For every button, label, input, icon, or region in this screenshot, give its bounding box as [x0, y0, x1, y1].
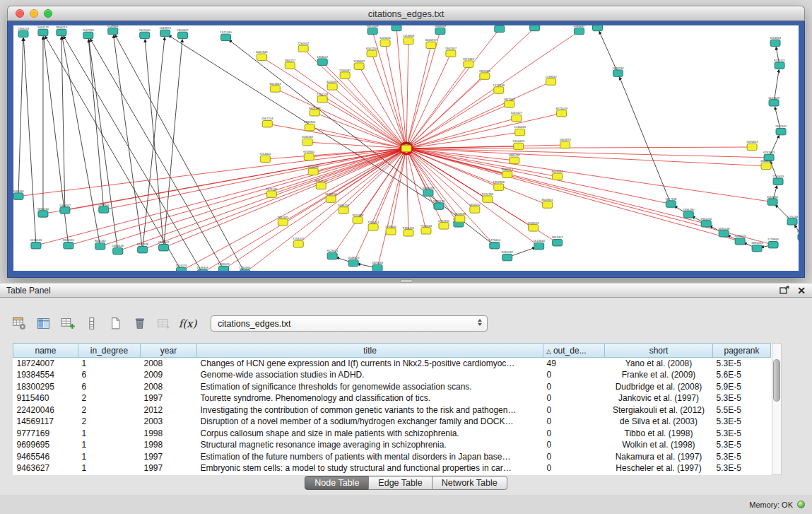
table-row[interactable]: 1938455462009Genome-wide association stu… — [13, 369, 771, 381]
cell-name[interactable]: 22420046 — [13, 404, 78, 416]
graph-edge[interactable] — [182, 151, 403, 271]
cell-pagerank[interactable]: 5.3E-5 — [713, 416, 771, 428]
graph-edge[interactable] — [396, 28, 406, 144]
graph-node[interactable] — [60, 207, 70, 214]
graph-node[interactable] — [64, 242, 73, 248]
graph-node[interactable] — [560, 141, 570, 148]
graph-edge[interactable] — [164, 40, 182, 247]
graph-node[interactable] — [752, 245, 762, 251]
graph-node[interactable] — [557, 110, 567, 117]
cell-in_degree[interactable]: 1 — [78, 462, 141, 474]
graph-node[interactable] — [515, 129, 525, 135]
graph-node[interactable] — [367, 28, 377, 34]
cell-out_de[interactable]: 0 — [543, 392, 605, 404]
graph-edge[interactable] — [409, 76, 484, 146]
cell-short[interactable]: Tibbo et al. (1998) — [605, 428, 713, 440]
cell-short[interactable]: de Silva et al. (2003) — [605, 416, 713, 428]
tab-node-table[interactable]: Node Table — [305, 476, 369, 490]
cell-name[interactable]: 9463627 — [13, 462, 78, 474]
graph-edge[interactable] — [406, 41, 408, 144]
cell-short[interactable]: Hescheler et al. (1997) — [605, 462, 713, 474]
graph-node[interactable] — [160, 30, 170, 36]
graph-node[interactable] — [317, 59, 327, 65]
graph-node[interactable] — [354, 63, 364, 69]
graph-edge[interactable] — [267, 124, 402, 148]
graph-node[interactable] — [260, 156, 270, 162]
graph-node[interactable] — [18, 30, 28, 37]
graph-node[interactable] — [317, 96, 327, 103]
graph-node[interactable] — [38, 29, 48, 35]
graph-node[interactable] — [434, 203, 444, 209]
column-header-short[interactable]: short — [605, 344, 713, 358]
graph-node[interactable] — [198, 269, 208, 271]
graph-node[interactable] — [140, 32, 150, 38]
graph-node[interactable] — [761, 163, 771, 169]
graph-node[interactable] — [266, 191, 276, 197]
float-panel-icon[interactable] — [779, 286, 789, 295]
graph-node[interactable] — [546, 78, 556, 85]
cell-short[interactable]: Stergiakouli et al. (2012) — [605, 404, 713, 416]
cell-out_de[interactable]: 49 — [543, 358, 605, 370]
cell-short[interactable]: Franke et al. (2009) — [605, 369, 713, 381]
graph-node[interactable] — [310, 110, 319, 116]
graph-node[interactable] — [404, 37, 413, 44]
cell-year[interactable]: 1997 — [141, 451, 197, 463]
graph-edge[interactable] — [314, 112, 402, 147]
network-canvas[interactable]: 1956204104117218042131147355172840116211… — [13, 25, 799, 271]
graph-node[interactable] — [316, 182, 326, 189]
splitter-grip[interactable] — [400, 279, 413, 283]
graph-node[interactable] — [13, 193, 23, 199]
graph-node[interactable] — [464, 61, 473, 67]
graph-node[interactable] — [534, 243, 544, 249]
cell-name[interactable]: 18300295 — [13, 381, 78, 393]
graph-node[interactable] — [593, 25, 603, 31]
table-row[interactable]: 946554611997Estimation of the future num… — [13, 451, 771, 463]
graph-edge[interactable] — [18, 38, 23, 197]
graph-node[interactable] — [502, 171, 512, 177]
graph-edge[interactable] — [411, 148, 769, 158]
graph-node[interactable] — [108, 28, 118, 34]
graph-node[interactable] — [368, 224, 378, 230]
graph-node[interactable] — [327, 83, 337, 90]
graph-node[interactable] — [666, 201, 676, 207]
graph-edge[interactable] — [345, 76, 404, 146]
cell-title[interactable]: Embryonic stem cells: a model to study s… — [197, 462, 543, 474]
graph-node[interactable] — [701, 221, 711, 227]
cell-short[interactable]: Nakamura et al. (1997) — [605, 451, 713, 463]
graph-node[interactable] — [490, 242, 500, 248]
graph-node[interactable] — [401, 145, 411, 151]
cell-name[interactable]: 18724007 — [13, 358, 78, 370]
graph-node[interactable] — [543, 201, 553, 208]
cell-name[interactable]: 19384554 — [13, 369, 78, 381]
graph-node[interactable] — [510, 157, 519, 163]
table-row[interactable]: 969969511998Structural magnetic resonanc… — [13, 439, 771, 451]
graph-edge[interactable] — [118, 150, 403, 251]
graph-node[interactable] — [159, 244, 169, 250]
graph-node[interactable] — [773, 178, 783, 185]
graph-node[interactable] — [348, 259, 358, 266]
graph-node[interactable] — [270, 86, 280, 92]
cell-out_de[interactable]: 0 — [543, 439, 605, 451]
graph-edge[interactable] — [164, 150, 403, 247]
graph-node[interactable] — [285, 62, 295, 69]
table-row[interactable]: 1456911722003Disruption of a novel membe… — [13, 416, 771, 428]
graph-node[interactable] — [326, 196, 336, 202]
graph-node[interactable] — [770, 40, 780, 46]
cell-pagerank[interactable]: 5.6E-5 — [713, 369, 771, 381]
graph-node[interactable] — [735, 238, 745, 245]
column-header-in_degree[interactable]: in_degree — [78, 344, 141, 358]
table-row[interactable]: 1872400712008Changes of HCN gene express… — [13, 358, 771, 370]
graph-node[interactable] — [257, 54, 266, 60]
graph-node[interactable] — [99, 206, 109, 213]
graph-edge[interactable] — [36, 150, 402, 246]
graph-edge[interactable] — [391, 153, 406, 231]
graph-edge[interactable] — [62, 37, 100, 246]
graph-node[interactable] — [480, 73, 490, 79]
graph-node[interactable] — [505, 101, 514, 107]
graph-node[interactable] — [83, 32, 93, 38]
graph-node[interactable] — [435, 28, 445, 34]
graph-node[interactable] — [113, 247, 123, 254]
graph-node[interactable] — [495, 25, 505, 32]
graph-edge[interactable] — [61, 37, 65, 211]
graph-node[interactable] — [305, 124, 314, 130]
